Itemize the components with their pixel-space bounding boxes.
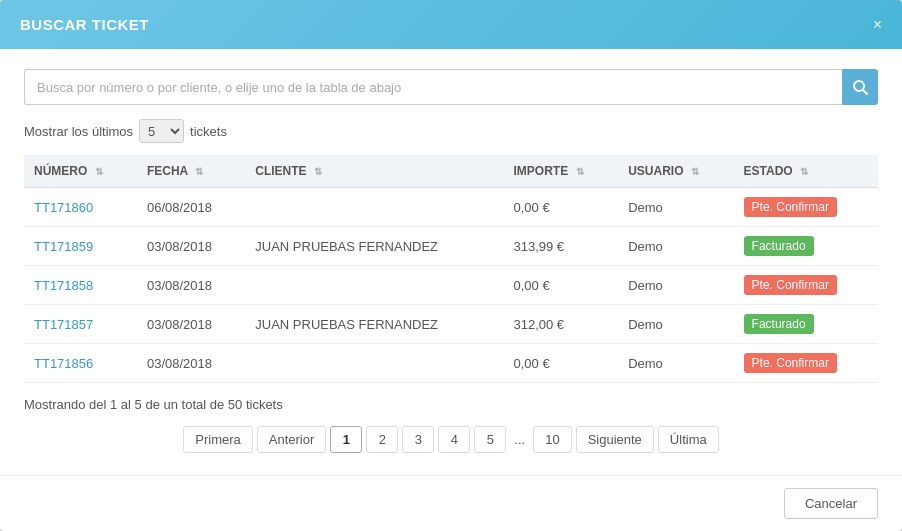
col-cliente: CLIENTE ⇅ — [245, 155, 503, 188]
sort-icon: ⇅ — [195, 166, 203, 177]
filter-label-after: tickets — [190, 124, 227, 139]
cell-numero: TT171858 — [24, 266, 137, 305]
cell-importe: 0,00 € — [503, 188, 618, 227]
sort-icon: ⇅ — [576, 166, 584, 177]
sort-icon: ⇅ — [314, 166, 322, 177]
pagination: Primera Anterior 1 2 3 4 5 ... 10 Siguie… — [24, 426, 878, 453]
cell-estado: Facturado — [734, 227, 878, 266]
filter-select[interactable]: 5 10 25 50 — [139, 119, 184, 143]
tickets-table: NÚMERO ⇅ FECHA ⇅ CLIENTE ⇅ IMPORTE ⇅ USU… — [24, 155, 878, 383]
search-button[interactable] — [842, 69, 878, 105]
cell-cliente — [245, 188, 503, 227]
cell-fecha: 03/08/2018 — [137, 344, 245, 383]
ticket-link[interactable]: TT171857 — [34, 317, 93, 332]
ticket-link[interactable]: TT171858 — [34, 278, 93, 293]
cell-importe: 312,00 € — [503, 305, 618, 344]
filter-label-before: Mostrar los últimos — [24, 124, 133, 139]
cell-fecha: 06/08/2018 — [137, 188, 245, 227]
pagination-page-5[interactable]: 5 — [474, 426, 506, 453]
col-estado: ESTADO ⇅ — [734, 155, 878, 188]
modal-body: Mostrar los últimos 5 10 25 50 tickets N… — [0, 49, 902, 475]
status-badge: Pte. Confirmar — [744, 275, 837, 295]
col-usuario: USUARIO ⇅ — [618, 155, 733, 188]
pagination-page-4[interactable]: 4 — [438, 426, 470, 453]
sort-icon: ⇅ — [800, 166, 808, 177]
cell-cliente — [245, 344, 503, 383]
cell-estado: Pte. Confirmar — [734, 188, 878, 227]
cancel-button[interactable]: Cancelar — [784, 488, 878, 519]
pagination-ellipsis: ... — [510, 427, 529, 452]
ticket-link[interactable]: TT171860 — [34, 200, 93, 215]
modal-footer: Cancelar — [0, 475, 902, 531]
cell-usuario: Demo — [618, 227, 733, 266]
col-fecha: FECHA ⇅ — [137, 155, 245, 188]
cell-numero: TT171857 — [24, 305, 137, 344]
status-badge: Pte. Confirmar — [744, 353, 837, 373]
col-importe: IMPORTE ⇅ — [503, 155, 618, 188]
status-badge: Pte. Confirmar — [744, 197, 837, 217]
cell-usuario: Demo — [618, 188, 733, 227]
pagination-page-2[interactable]: 2 — [366, 426, 398, 453]
search-icon — [853, 80, 868, 95]
cell-fecha: 03/08/2018 — [137, 227, 245, 266]
svg-line-1 — [863, 90, 867, 94]
table-body: TT171860 06/08/2018 0,00 € Demo Pte. Con… — [24, 188, 878, 383]
cell-fecha: 03/08/2018 — [137, 305, 245, 344]
search-row — [24, 69, 878, 105]
cell-numero: TT171860 — [24, 188, 137, 227]
ticket-link[interactable]: TT171856 — [34, 356, 93, 371]
cell-importe: 313,99 € — [503, 227, 618, 266]
modal-header: BUSCAR TICKET × — [0, 0, 902, 49]
cell-usuario: Demo — [618, 344, 733, 383]
table-row[interactable]: TT171858 03/08/2018 0,00 € Demo Pte. Con… — [24, 266, 878, 305]
pagination-page-10[interactable]: 10 — [533, 426, 571, 453]
status-badge: Facturado — [744, 236, 814, 256]
table-header: NÚMERO ⇅ FECHA ⇅ CLIENTE ⇅ IMPORTE ⇅ USU… — [24, 155, 878, 188]
cell-fecha: 03/08/2018 — [137, 266, 245, 305]
pagination-last[interactable]: Última — [658, 426, 719, 453]
table-row[interactable]: TT171856 03/08/2018 0,00 € Demo Pte. Con… — [24, 344, 878, 383]
table-row[interactable]: TT171860 06/08/2018 0,00 € Demo Pte. Con… — [24, 188, 878, 227]
cell-importe: 0,00 € — [503, 344, 618, 383]
cell-importe: 0,00 € — [503, 266, 618, 305]
col-numero: NÚMERO ⇅ — [24, 155, 137, 188]
modal-dialog: BUSCAR TICKET × Mostrar los últimos 5 10… — [0, 0, 902, 531]
table-row[interactable]: TT171857 03/08/2018 JUAN PRUEBAS FERNAND… — [24, 305, 878, 344]
cell-usuario: Demo — [618, 305, 733, 344]
table-row[interactable]: TT171859 03/08/2018 JUAN PRUEBAS FERNAND… — [24, 227, 878, 266]
cell-estado: Pte. Confirmar — [734, 344, 878, 383]
summary-text: Mostrando del 1 al 5 de un total de 50 t… — [24, 397, 878, 412]
ticket-link[interactable]: TT171859 — [34, 239, 93, 254]
cell-cliente: JUAN PRUEBAS FERNANDEZ — [245, 305, 503, 344]
search-input[interactable] — [24, 69, 842, 105]
status-badge: Facturado — [744, 314, 814, 334]
pagination-previous[interactable]: Anterior — [257, 426, 327, 453]
sort-icon: ⇅ — [95, 166, 103, 177]
cell-cliente — [245, 266, 503, 305]
cell-cliente: JUAN PRUEBAS FERNANDEZ — [245, 227, 503, 266]
sort-icon: ⇅ — [691, 166, 699, 177]
pagination-page-1[interactable]: 1 — [330, 426, 362, 453]
pagination-page-3[interactable]: 3 — [402, 426, 434, 453]
cell-estado: Pte. Confirmar — [734, 266, 878, 305]
close-button[interactable]: × — [873, 17, 882, 33]
cell-usuario: Demo — [618, 266, 733, 305]
modal-title: BUSCAR TICKET — [20, 16, 149, 33]
cell-numero: TT171856 — [24, 344, 137, 383]
pagination-next[interactable]: Siguiente — [576, 426, 654, 453]
pagination-first[interactable]: Primera — [183, 426, 253, 453]
filter-row: Mostrar los últimos 5 10 25 50 tickets — [24, 119, 878, 143]
cell-numero: TT171859 — [24, 227, 137, 266]
cell-estado: Facturado — [734, 305, 878, 344]
